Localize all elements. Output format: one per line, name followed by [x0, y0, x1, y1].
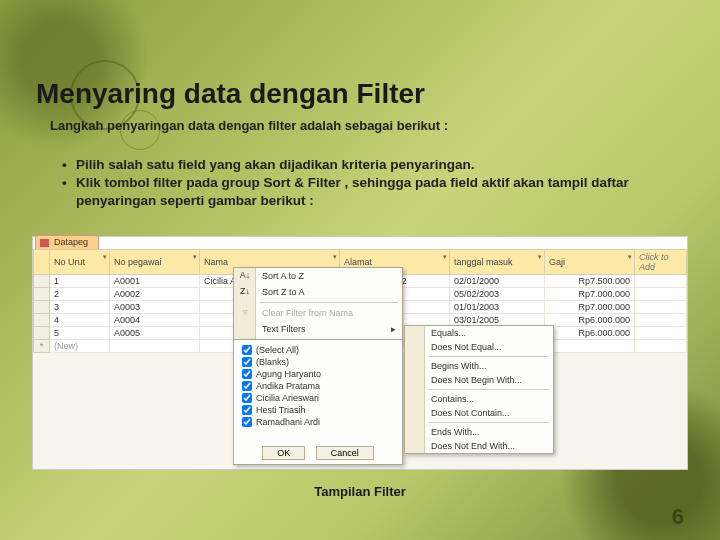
column-header[interactable]: No pegawai▾	[110, 250, 200, 275]
menu-text-filters[interactable]: Text Filters▸	[234, 321, 402, 337]
bullet-item: Pilih salah satu field yang akan dijadik…	[62, 156, 662, 174]
page-number: 6	[672, 504, 684, 530]
filter-checkbox-panel: (Select All) (Blanks) Agung Haryanto And…	[233, 339, 403, 465]
figure-caption: Tampilan Filter	[0, 484, 720, 499]
filter-context-menu: A↓Sort A to Z Z↓Sort Z to A ▿Clear Filte…	[233, 267, 403, 343]
submenu-not-end-with[interactable]: Does Not End With...	[405, 439, 553, 453]
filter-checkbox[interactable]	[242, 393, 252, 403]
submenu-begins-with[interactable]: Begins With...	[405, 359, 553, 373]
column-header[interactable]: Gaji▾	[545, 250, 635, 275]
menu-sort-az[interactable]: A↓Sort A to Z	[234, 268, 402, 284]
submenu-equals[interactable]: Equals...	[405, 326, 553, 340]
datasheet-grid: No Urut▾ No pegawai▾ Nama▾ Alamat▾ tangg…	[33, 249, 687, 469]
bullet-list: Pilih salah satu field yang akan dijadik…	[62, 156, 662, 211]
submenu-ends-with[interactable]: Ends With...	[405, 425, 553, 439]
sort-desc-icon: Z↓	[238, 286, 252, 298]
clear-filter-icon: ▿	[238, 307, 252, 319]
filter-checkbox[interactable]	[242, 417, 252, 427]
dropdown-icon[interactable]: ▾	[538, 253, 542, 261]
dropdown-icon[interactable]: ▾	[628, 253, 632, 261]
menu-clear-filter: ▿Clear Filter from Nama	[234, 305, 402, 321]
dropdown-icon[interactable]: ▾	[103, 253, 107, 261]
tab-label: Datapeg	[54, 237, 88, 247]
column-header[interactable]: tanggal masuk▾	[450, 250, 545, 275]
filter-item[interactable]: Cicilia Arieswari	[240, 392, 396, 404]
menu-sort-za[interactable]: Z↓Sort Z to A	[234, 284, 402, 300]
submenu-not-contain[interactable]: Does Not Contain...	[405, 406, 553, 420]
dropdown-icon[interactable]: ▾	[443, 253, 447, 261]
slide: Menyaring data dengan Filter Langkah pen…	[0, 0, 720, 540]
column-header-add[interactable]: Click to Add	[635, 250, 687, 275]
bullet-item: Klik tombol filter pada group Sort & Fil…	[62, 174, 662, 210]
filter-checkbox[interactable]	[242, 369, 252, 379]
filter-checkbox[interactable]	[242, 345, 252, 355]
filter-checkbox[interactable]	[242, 357, 252, 367]
submenu-arrow-icon: ▸	[391, 324, 396, 334]
text-filters-submenu: Equals... Does Not Equal... Begins With.…	[404, 325, 554, 454]
submenu-not-equal[interactable]: Does Not Equal...	[405, 340, 553, 354]
filter-item[interactable]: Hesti Triasih	[240, 404, 396, 416]
submenu-contains[interactable]: Contains...	[405, 392, 553, 406]
datasheet-tab[interactable]: Datapeg	[35, 235, 99, 249]
column-header[interactable]: No Urut▾	[50, 250, 110, 275]
slide-title: Menyaring data dengan Filter	[36, 78, 425, 110]
filter-item[interactable]: Andika Pratama	[240, 380, 396, 392]
filter-item[interactable]: Ramadhani Ardi	[240, 416, 396, 428]
filter-item[interactable]: (Select All)	[240, 344, 396, 356]
dropdown-icon[interactable]: ▾	[333, 253, 337, 261]
filter-checkbox[interactable]	[242, 405, 252, 415]
ok-button[interactable]: OK	[262, 446, 305, 460]
access-screenshot: Datapeg No Urut▾ No pegawai▾ Nama▾ Alama…	[32, 236, 688, 470]
sort-asc-icon: A↓	[238, 270, 252, 282]
cancel-button[interactable]: Cancel	[316, 446, 374, 460]
filter-checkbox[interactable]	[242, 381, 252, 391]
filter-value-list: (Select All) (Blanks) Agung Haryanto And…	[240, 344, 396, 436]
filter-item[interactable]: (Blanks)	[240, 356, 396, 368]
slide-subtitle: Langkah penyaringan data dengan filter a…	[50, 118, 448, 133]
dropdown-icon[interactable]: ▾	[193, 253, 197, 261]
filter-item[interactable]: Agung Haryanto	[240, 368, 396, 380]
row-selector-header[interactable]	[34, 250, 50, 275]
submenu-not-begin-with[interactable]: Does Not Begin With...	[405, 373, 553, 387]
